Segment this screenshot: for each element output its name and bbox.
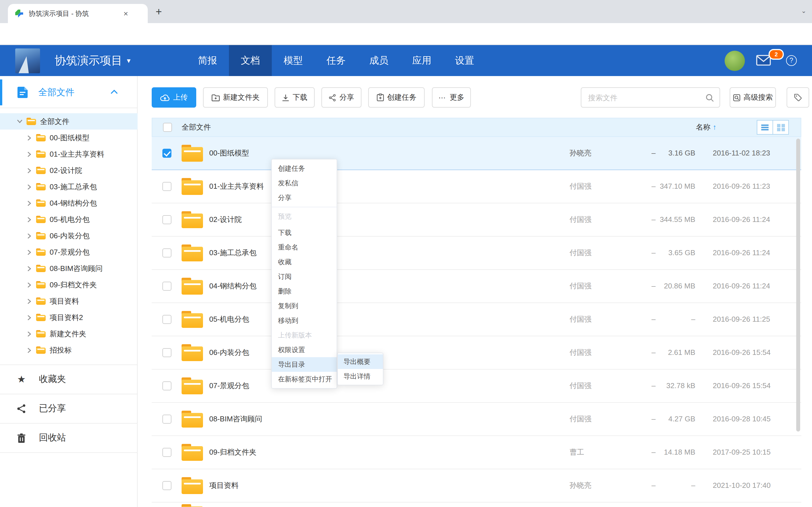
table-row[interactable]: 08-BIM咨询顾问 付国强 – 4.27 GB 2016-09-28 10:4… bbox=[152, 403, 801, 436]
chevron-right-icon[interactable] bbox=[27, 249, 32, 255]
table-row[interactable]: 02-设计院 付国强 – 344.55 MB 2016-09-26 11:24 bbox=[152, 203, 801, 237]
tree-item[interactable]: 00-图纸模型 bbox=[0, 129, 138, 146]
row-checkbox[interactable] bbox=[162, 348, 171, 357]
search-input[interactable] bbox=[587, 93, 705, 102]
tree-item[interactable]: 08-BIM咨询顾问 bbox=[0, 260, 138, 277]
grid-view-button[interactable] bbox=[772, 120, 789, 135]
chevron-right-icon[interactable] bbox=[27, 315, 32, 320]
list-view-button[interactable] bbox=[757, 120, 773, 135]
sort-by-name[interactable]: 名称↑ bbox=[696, 118, 716, 136]
chevron-right-icon[interactable] bbox=[27, 184, 32, 189]
chevron-right-icon[interactable] bbox=[27, 298, 32, 304]
tree-item[interactable]: 02-设计院 bbox=[0, 162, 138, 179]
nav-tab[interactable]: 应用 bbox=[400, 45, 443, 76]
table-row[interactable]: 03-施工总承包 付国强 – 3.65 GB 2016-09-26 11:24 bbox=[152, 237, 801, 270]
row-checkbox[interactable] bbox=[162, 149, 171, 158]
table-row[interactable]: 07-景观分包 付国强 – 32.78 kB 2016-09-26 15:54 bbox=[152, 370, 801, 403]
tree-item[interactable]: 项目资料2 bbox=[0, 309, 138, 326]
context-menu-item[interactable]: 发私信 bbox=[272, 176, 337, 190]
file-name[interactable]: 01-业主共享资料 bbox=[209, 170, 264, 203]
row-checkbox[interactable] bbox=[162, 481, 171, 490]
chevron-right-icon[interactable] bbox=[27, 200, 32, 206]
tree-item[interactable]: 07-景观分包 bbox=[0, 244, 138, 260]
row-checkbox[interactable] bbox=[162, 315, 171, 324]
chevron-right-icon[interactable] bbox=[27, 135, 32, 140]
sidebar-item-favorites[interactable]: ★ 收藏夹 bbox=[0, 364, 138, 394]
select-all-checkbox[interactable] bbox=[163, 123, 172, 132]
context-menu-item[interactable]: 收藏 bbox=[272, 255, 337, 269]
tree-item[interactable]: 05-机电分包 bbox=[0, 211, 138, 228]
share-button[interactable]: 分享 bbox=[321, 87, 361, 108]
table-row[interactable]: 04-钢结构分包 付国强 – 20.86 MB 2016-09-26 11:24 bbox=[152, 270, 801, 303]
row-checkbox[interactable] bbox=[162, 215, 171, 224]
context-menu-item[interactable]: 在新标签页中打开 bbox=[272, 372, 337, 386]
file-name[interactable]: 02-设计院 bbox=[209, 203, 242, 236]
submenu-item[interactable]: 导出概要 bbox=[338, 354, 383, 369]
context-menu-item[interactable]: 权限设置 bbox=[272, 342, 337, 357]
file-name[interactable]: 09-归档文件夹 bbox=[209, 436, 257, 469]
search-icon[interactable] bbox=[705, 93, 714, 102]
chevron-right-icon[interactable] bbox=[27, 151, 32, 157]
project-switcher[interactable]: 协筑演示项目 ▾ bbox=[55, 45, 131, 76]
help-icon[interactable]: ? bbox=[786, 55, 797, 66]
new-tab-button[interactable]: + bbox=[156, 6, 162, 18]
file-name[interactable]: 07-景观分包 bbox=[209, 370, 249, 402]
create-task-button[interactable]: 创建任务 bbox=[368, 87, 424, 108]
chevron-down-icon[interactable] bbox=[17, 119, 22, 123]
row-checkbox[interactable] bbox=[162, 248, 171, 258]
chevron-right-icon[interactable] bbox=[27, 168, 32, 173]
tree-item[interactable]: 04-钢结构分包 bbox=[0, 195, 138, 211]
sidebar-item-shared[interactable]: 已分享 bbox=[0, 394, 138, 423]
context-menu-item[interactable]: 分享 bbox=[272, 190, 337, 205]
file-name[interactable]: 04-钢结构分包 bbox=[209, 270, 257, 302]
row-checkbox[interactable] bbox=[162, 182, 171, 191]
chevron-right-icon[interactable] bbox=[27, 347, 32, 353]
tree-item[interactable]: 新建文件夹 bbox=[0, 326, 138, 342]
tree-item[interactable]: 招投标 bbox=[0, 342, 138, 358]
nav-tab[interactable]: 任务 bbox=[315, 45, 357, 76]
advanced-search-button[interactable]: 高级搜索 bbox=[730, 87, 776, 108]
tree-item[interactable]: 06-内装分包 bbox=[0, 228, 138, 244]
tree-root-all-files[interactable]: 全部文件 bbox=[0, 113, 138, 129]
tags-button[interactable] bbox=[786, 87, 809, 108]
chevron-right-icon[interactable] bbox=[27, 331, 32, 337]
context-menu-item[interactable]: 导出目录 bbox=[272, 357, 337, 372]
context-menu-item[interactable]: 移动到 bbox=[272, 313, 337, 328]
list-scrollbar-thumb[interactable] bbox=[796, 138, 800, 432]
collapse-chevron-up-icon[interactable] bbox=[110, 90, 118, 94]
tree-item[interactable]: 09-归档文件夹 bbox=[0, 277, 138, 293]
chevron-right-icon[interactable] bbox=[27, 282, 32, 288]
tab-search-chevron-icon[interactable]: ⌄ bbox=[801, 7, 806, 15]
table-row[interactable]: 01-业主共享资料 付国强 – 347.10 MB 2016-09-26 11:… bbox=[152, 170, 801, 203]
file-name[interactable]: 06-内装分包 bbox=[209, 336, 249, 369]
chevron-right-icon[interactable] bbox=[27, 266, 32, 271]
context-menu-item[interactable]: 删除 bbox=[272, 284, 337, 298]
project-thumbnail[interactable] bbox=[15, 48, 40, 73]
context-menu-item[interactable]: 重命名 bbox=[272, 240, 337, 255]
tab-close-icon[interactable]: × bbox=[123, 10, 128, 17]
file-name[interactable]: 00-图纸模型 bbox=[209, 137, 249, 170]
nav-tab[interactable]: 文档 bbox=[229, 45, 272, 76]
nav-tab[interactable]: 成员 bbox=[357, 45, 400, 76]
file-name[interactable]: 05-机电分包 bbox=[209, 303, 249, 336]
chevron-right-icon[interactable] bbox=[27, 233, 32, 238]
download-button[interactable]: 下载 bbox=[274, 87, 315, 108]
context-menu-item[interactable]: 订阅 bbox=[272, 269, 337, 284]
nav-tab[interactable]: 简报 bbox=[186, 45, 229, 76]
tree-item[interactable]: 03-施工总承包 bbox=[0, 179, 138, 195]
sidebar-section-all-files[interactable]: 全部文件 bbox=[0, 76, 138, 108]
context-menu-item[interactable]: 上传新版本 bbox=[272, 328, 337, 342]
tree-item[interactable]: 项目资料 bbox=[0, 293, 138, 309]
context-menu-item[interactable]: 预览 bbox=[272, 207, 337, 225]
row-checkbox[interactable] bbox=[162, 414, 171, 424]
row-checkbox[interactable] bbox=[162, 448, 171, 457]
sidebar-item-recycle-bin[interactable]: 回收站 bbox=[0, 423, 138, 453]
table-row[interactable]: 00-图纸模型 孙晓亮 – 3.16 GB 2016-11-02 18:23 bbox=[152, 137, 801, 170]
submenu-item[interactable]: 导出详情 bbox=[338, 369, 383, 384]
row-checkbox[interactable] bbox=[162, 381, 171, 390]
nav-tab[interactable]: 模型 bbox=[272, 45, 315, 76]
context-menu-item[interactable]: 下载 bbox=[272, 225, 337, 240]
table-row[interactable]: 06-内装分包 付国强 – 2.61 MB 2016-09-26 15:54 bbox=[152, 336, 801, 370]
more-button[interactable]: ⋯ 更多 bbox=[432, 87, 471, 108]
row-checkbox[interactable] bbox=[162, 282, 171, 291]
